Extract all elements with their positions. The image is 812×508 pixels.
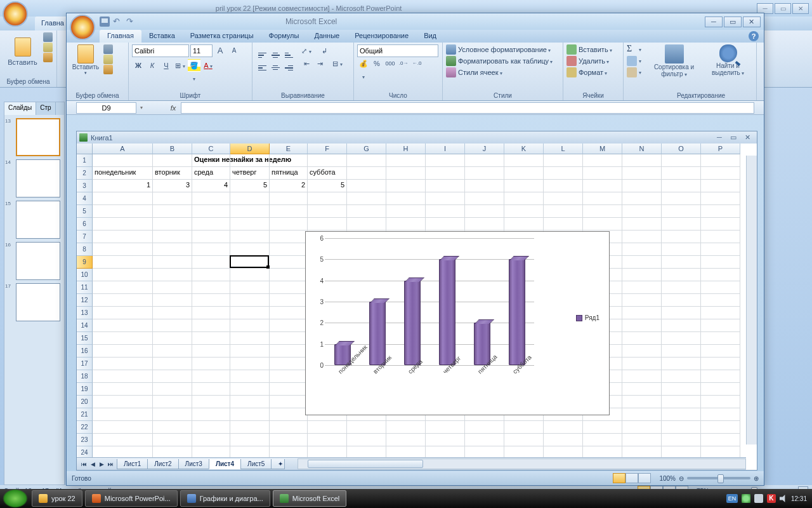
cell-P4[interactable] xyxy=(701,192,740,205)
cell-C20[interactable] xyxy=(192,396,230,408)
cell-C5[interactable] xyxy=(192,205,230,218)
cell-D10[interactable] xyxy=(230,269,270,281)
cell-N10[interactable] xyxy=(622,269,662,281)
cell-I6[interactable] xyxy=(426,218,465,231)
cell-D21[interactable] xyxy=(230,408,270,421)
cell-G22[interactable] xyxy=(347,421,386,434)
cell-P5[interactable] xyxy=(701,205,740,218)
cell-A20[interactable] xyxy=(93,396,153,408)
antivirus-icon[interactable]: K xyxy=(767,494,776,503)
col-header-B[interactable]: B xyxy=(153,144,192,154)
copy-icon[interactable] xyxy=(103,55,113,64)
cell-C11[interactable] xyxy=(192,281,230,294)
orientation-icon[interactable]: ⤢ xyxy=(300,44,313,57)
fill-button[interactable] xyxy=(627,56,643,66)
cell-C2[interactable]: среда xyxy=(192,167,230,180)
xl-minimize-button[interactable]: ─ xyxy=(705,17,723,27)
row-header-3[interactable]: 3 xyxy=(77,180,93,192)
cell-J1[interactable] xyxy=(465,154,504,167)
start-button[interactable] xyxy=(3,489,28,508)
cell-E12[interactable] xyxy=(270,294,308,307)
cell-A10[interactable] xyxy=(93,269,153,281)
cell-N11[interactable] xyxy=(622,281,662,294)
cell-N8[interactable] xyxy=(622,243,662,256)
cell-D6[interactable] xyxy=(230,218,270,231)
cell-E7[interactable] xyxy=(270,231,308,243)
taskbar-item-2[interactable]: Графики и диагра... xyxy=(180,490,270,507)
cell-B1[interactable] xyxy=(153,154,192,167)
cell-F5[interactable] xyxy=(308,205,347,218)
cell-M2[interactable] xyxy=(583,167,622,180)
cell-O24[interactable] xyxy=(662,446,701,457)
underline-button[interactable]: Ч xyxy=(160,59,173,72)
pp-close-button[interactable]: ✕ xyxy=(792,3,809,14)
save-icon[interactable] xyxy=(100,17,110,27)
sheet-tab-Лист4[interactable]: Лист4 xyxy=(209,459,241,469)
cell-P6[interactable] xyxy=(701,218,740,231)
cell-O7[interactable] xyxy=(662,231,701,243)
slide-thumb-17[interactable] xyxy=(16,283,60,321)
cell-P21[interactable] xyxy=(701,408,740,421)
col-header-J[interactable]: J xyxy=(465,144,504,154)
cell-C6[interactable] xyxy=(192,218,230,231)
col-header-H[interactable]: H xyxy=(386,144,426,154)
row-header-6[interactable]: 6 xyxy=(77,218,93,231)
cell-C13[interactable] xyxy=(192,307,230,319)
shrink-font-icon[interactable]: A xyxy=(228,44,240,57)
cell-P2[interactable] xyxy=(701,167,740,180)
cell-J22[interactable] xyxy=(465,421,504,434)
cell-D5[interactable] xyxy=(230,205,270,218)
cell-D24[interactable] xyxy=(230,446,270,457)
cell-C10[interactable] xyxy=(192,269,230,281)
format-painter-icon[interactable] xyxy=(103,65,113,74)
cell-P22[interactable] xyxy=(701,421,740,434)
cell-O8[interactable] xyxy=(662,243,701,256)
col-header-O[interactable]: O xyxy=(662,144,701,154)
embedded-chart[interactable]: 0123456 понедельниквторниксредачетвергпя… xyxy=(305,231,610,415)
cell-L1[interactable] xyxy=(544,154,583,167)
cell-N19[interactable] xyxy=(622,383,662,396)
cell-J2[interactable] xyxy=(465,167,504,180)
cell-A16[interactable] xyxy=(93,345,153,358)
cell-F4[interactable] xyxy=(308,192,347,205)
cell-A11[interactable] xyxy=(93,281,153,294)
cell-M1[interactable] xyxy=(583,154,622,167)
percent-icon[interactable]: % xyxy=(370,57,383,70)
row-header-1[interactable]: 1 xyxy=(77,154,93,167)
cell-C16[interactable] xyxy=(192,345,230,358)
cell-B17[interactable] xyxy=(153,358,192,370)
xl-zoom-slider[interactable] xyxy=(687,477,750,479)
cell-G2[interactable] xyxy=(347,167,386,180)
cell-F6[interactable] xyxy=(308,218,347,231)
cell-B2[interactable]: вторник xyxy=(153,167,192,180)
col-header-D[interactable]: D xyxy=(230,144,270,154)
cell-G1[interactable] xyxy=(347,154,386,167)
language-indicator[interactable]: EN xyxy=(726,494,738,503)
tray-icon[interactable] xyxy=(754,494,763,503)
taskbar-item-3[interactable]: Microsoft Excel xyxy=(273,490,347,507)
wb-close[interactable]: ✕ xyxy=(742,133,753,142)
cell-K22[interactable] xyxy=(504,421,544,434)
row-header-21[interactable]: 21 xyxy=(77,408,93,421)
cell-D17[interactable] xyxy=(230,358,270,370)
cell-A14[interactable] xyxy=(93,319,153,332)
cell-L4[interactable] xyxy=(544,192,583,205)
cell-E5[interactable] xyxy=(270,205,308,218)
bold-button[interactable]: Ж xyxy=(132,59,145,72)
cell-A12[interactable] xyxy=(93,294,153,307)
cell-D11[interactable] xyxy=(230,281,270,294)
cell-L2[interactable] xyxy=(544,167,583,180)
cell-B21[interactable] xyxy=(153,408,192,421)
cell-M24[interactable] xyxy=(583,446,622,457)
cell-O11[interactable] xyxy=(662,281,701,294)
align-mid-icon[interactable] xyxy=(269,44,282,57)
help-icon[interactable]: ? xyxy=(749,31,759,41)
cell-O19[interactable] xyxy=(662,383,701,396)
cell-B7[interactable] xyxy=(153,231,192,243)
cell-P14[interactable] xyxy=(701,319,740,332)
cell-N9[interactable] xyxy=(622,256,662,269)
col-header-C[interactable]: C xyxy=(192,144,230,154)
cell-O3[interactable] xyxy=(662,180,701,192)
dec-decimal-icon[interactable]: ←.0 xyxy=(410,57,423,70)
cell-B5[interactable] xyxy=(153,205,192,218)
